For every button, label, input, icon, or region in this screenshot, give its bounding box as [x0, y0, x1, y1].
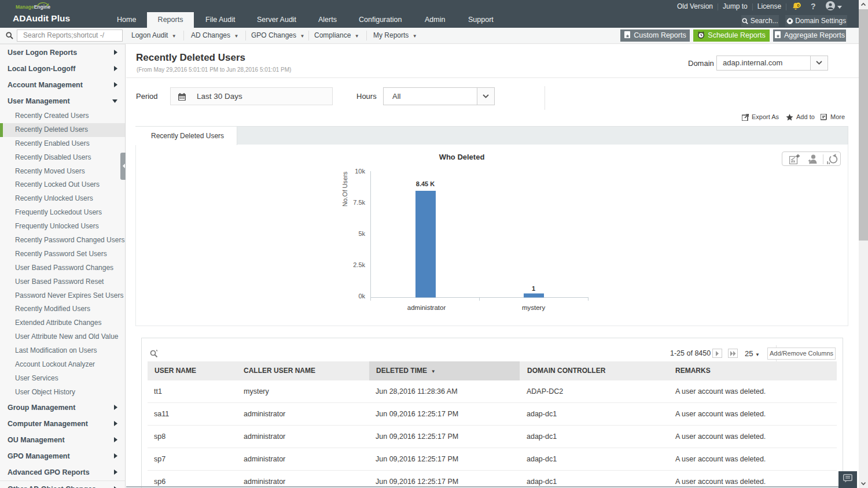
- svg-text:8.45 K: 8.45 K: [416, 180, 435, 187]
- svg-text:0: 0: [797, 3, 800, 8]
- svg-text:2.5k: 2.5k: [353, 261, 365, 268]
- svg-text:7.5k: 7.5k: [353, 199, 365, 206]
- svg-text:mystery: mystery: [522, 304, 546, 311]
- svg-text:10k: 10k: [355, 168, 365, 175]
- svg-text:administrator: administrator: [407, 304, 446, 311]
- svg-text:5k: 5k: [358, 230, 365, 237]
- svg-text:0k: 0k: [358, 293, 365, 300]
- svg-text:1: 1: [532, 285, 535, 292]
- svg-text:No.Of Users: No.Of Users: [341, 171, 348, 206]
